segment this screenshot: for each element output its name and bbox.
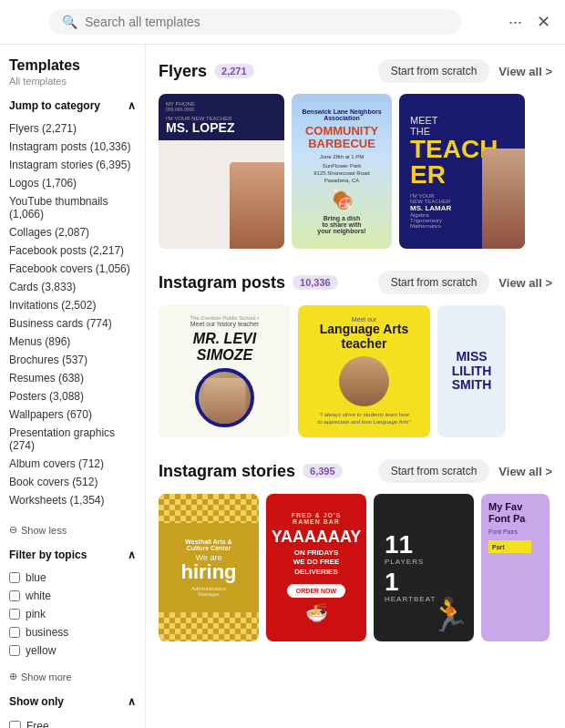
close-button[interactable]: ✕ [535, 10, 552, 34]
sidebar-item-fb-covers[interactable]: Facebook covers (1,056) [9, 260, 136, 278]
sidebar-item-biz-cards[interactable]: Business cards (774) [9, 314, 136, 333]
filter-white-checkbox[interactable] [9, 590, 20, 601]
ig-posts-grid: The Conliton Public School • Meet our hi… [159, 305, 552, 437]
ig-stories-actions: Start from scratch View all > [378, 459, 552, 483]
sidebar-item-ig-posts[interactable]: Instagram posts (10,336) [9, 138, 136, 156]
minus-icon: ⊖ [9, 524, 17, 536]
ig-post-template-1[interactable]: The Conliton Public School • Meet our hi… [159, 305, 291, 437]
filter-yellow-checkbox[interactable] [9, 645, 20, 656]
flyers-actions: Start from scratch View all > [378, 59, 552, 83]
ig-posts-header: Instagram posts 10,336 Start from scratc… [159, 271, 552, 294]
ig-story-template-1[interactable]: Westhall Arts & Culture Center We are hi… [159, 494, 259, 641]
flyers-view-all-button[interactable]: View all > [498, 65, 552, 78]
filter-pink: pink [9, 605, 136, 623]
sidebar-item-collages[interactable]: Collages (2,087) [9, 223, 136, 241]
filter-blue: blue [9, 569, 136, 587]
flyer-template-2[interactable]: Benswick Lane Neighbors Association COMM… [292, 94, 392, 249]
header-icons: ··· ✕ [507, 10, 552, 34]
ig-posts-actions: Start from scratch View all > [378, 271, 552, 294]
jump-to-category-header: Jump to category ∧ [9, 99, 136, 112]
sidebar-subtitle: All templates [9, 76, 136, 87]
filter-section: blue white pink business yellow [9, 569, 136, 660]
flyers-scratch-button[interactable]: Start from scratch [378, 59, 490, 83]
sidebar-item-ig-stories[interactable]: Instagram stories (6,395) [9, 156, 136, 174]
flyers-count: 2,271 [214, 64, 254, 78]
category-list: Flyers (2,271) Instagram posts (10,336) … [9, 119, 136, 509]
flyer-template-1[interactable]: MY PHONE 000-000-0000 I'M YOUR NEW TEACH… [159, 94, 284, 249]
sidebar-item-wallpapers[interactable]: Wallpapers (670) [9, 405, 136, 424]
instagram-stories-section: Instagram stories 6,395 Start from scrat… [159, 459, 552, 641]
filter-yellow: yellow [9, 641, 136, 660]
flyers-grid: MY PHONE 000-000-0000 I'M YOUR NEW TEACH… [159, 94, 552, 249]
show-only-collapse-icon[interactable]: ∧ [128, 695, 136, 708]
filter-collapse-icon[interactable]: ∧ [128, 549, 136, 561]
ig-stories-header: Instagram stories 6,395 Start from scrat… [159, 459, 552, 483]
ig-stories-count: 6,395 [303, 464, 343, 478]
search-input[interactable] [85, 15, 448, 29]
filter-business-checkbox[interactable] [9, 627, 20, 638]
sidebar-item-book-covers[interactable]: Book covers (512) [9, 473, 136, 491]
filter-pink-checkbox[interactable] [9, 609, 20, 620]
ig-posts-count: 10,336 [293, 275, 338, 290]
sidebar-item-album-covers[interactable]: Album covers (712) [9, 455, 136, 473]
filter-business: business [9, 623, 136, 641]
instagram-posts-section: Instagram posts 10,336 Start from scratc… [159, 271, 552, 437]
flyers-title: Flyers [159, 62, 207, 81]
ig-post-template-2[interactable]: Meet our Language Arts teacher "I always… [298, 305, 430, 437]
plus-icon: ⊕ [9, 671, 17, 682]
filter-blue-checkbox[interactable] [9, 572, 20, 583]
search-icon: 🔍 [62, 15, 77, 29]
ig-story-template-3[interactable]: 11 PLAYERS 1 HEARTBEAT 🏃 [374, 494, 474, 641]
collapse-icon[interactable]: ∧ [128, 99, 136, 112]
flyers-section: Flyers 2,271 Start from scratch View all… [159, 59, 552, 249]
sidebar-title: Templates [9, 57, 136, 74]
search-bar[interactable]: 🔍 [49, 9, 461, 35]
sidebar-item-cards[interactable]: Cards (3,833) [9, 278, 136, 296]
filter-topics-header: Filter by topics ∧ [9, 549, 136, 561]
ig-story-template-4[interactable]: My FavFont Pa Font Pairs Part [481, 494, 550, 641]
show-only-header: Show only ∧ [9, 695, 136, 708]
more-button[interactable]: ··· [507, 11, 524, 34]
filter-white: white [9, 587, 136, 605]
sidebar-item-posters[interactable]: Posters (3,088) [9, 387, 136, 405]
ig-posts-title: Instagram posts [159, 273, 285, 292]
ig-stories-view-all-button[interactable]: View all > [498, 465, 552, 478]
ig-posts-view-all-button[interactable]: View all > [498, 276, 552, 290]
show-only-free-checkbox[interactable] [9, 721, 21, 729]
ig-stories-scratch-button[interactable]: Start from scratch [378, 459, 490, 483]
show-less-button[interactable]: ⊖ Show less [9, 524, 67, 536]
ig-stories-title: Instagram stories [159, 462, 295, 481]
sidebar: Templates All templates Jump to category… [0, 45, 146, 728]
sidebar-item-worksheets[interactable]: Worksheets (1,354) [9, 491, 136, 509]
show-only-section: Free Premium ♛ Animated ▶ [9, 717, 136, 728]
flyers-header: Flyers 2,271 Start from scratch View all… [159, 59, 552, 83]
show-more-button[interactable]: ⊕ Show more [9, 671, 72, 682]
sidebar-item-resumes[interactable]: Resumes (638) [9, 369, 136, 387]
sidebar-item-pres-graphics[interactable]: Presentation graphics (274) [9, 424, 136, 455]
ig-story-template-2[interactable]: FRED & JO'SRAMEN BAR YAAAAAAY ON FRIDAYS… [266, 494, 366, 641]
flyer-template-3[interactable]: MEET THE TEACHER I'M YOURNEW TEACHER MS.… [399, 94, 525, 249]
sidebar-item-flyers[interactable]: Flyers (2,271) [9, 119, 136, 138]
ig-stories-grid: Westhall Arts & Culture Center We are hi… [159, 494, 552, 641]
main-layout: Templates All templates Jump to category… [0, 45, 565, 728]
sidebar-item-brochures[interactable]: Brochures (537) [9, 351, 136, 369]
sidebar-item-invitations[interactable]: Invitations (2,502) [9, 296, 136, 314]
header: 🔍 ··· ✕ [0, 0, 565, 45]
ig-post-template-3[interactable]: MISSLILITHSMITH [437, 305, 506, 437]
content-area: Flyers 2,271 Start from scratch View all… [146, 45, 565, 728]
show-only-free: Free [9, 717, 136, 728]
sidebar-item-menus[interactable]: Menus (896) [9, 333, 136, 351]
sidebar-item-logos[interactable]: Logos (1,706) [9, 174, 136, 192]
sidebar-item-yt[interactable]: YouTube thumbnails (1,066) [9, 192, 136, 223]
sidebar-item-fb-posts[interactable]: Facebook posts (2,217) [9, 241, 136, 260]
ig-posts-scratch-button[interactable]: Start from scratch [378, 271, 490, 294]
